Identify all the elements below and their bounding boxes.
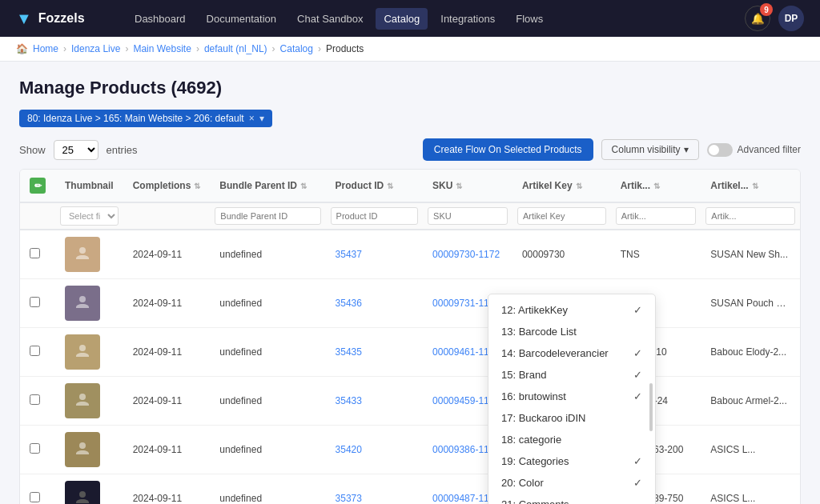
chevron-down-icon: ▾ bbox=[684, 144, 689, 155]
filter-cell-artikell bbox=[701, 202, 800, 230]
thumbnail-cell bbox=[55, 279, 123, 328]
active-filter-tag[interactable]: 80: Idenza Live > 165: Main Website > 20… bbox=[19, 110, 272, 127]
row-checkbox-cell bbox=[20, 230, 55, 279]
thumbnail-filter-select[interactable]: Select filter bbox=[60, 206, 119, 226]
toggle-knob bbox=[709, 145, 719, 155]
bundle-parent-id-column-header[interactable]: Bundle Parent ID⇅ bbox=[210, 170, 325, 202]
col-visibility-item-2[interactable]: 14: Barcodeleverancier✓ bbox=[488, 342, 655, 364]
filter-tags: 80: Idenza Live > 165: Main Website > 20… bbox=[19, 110, 801, 127]
product-id-column-header[interactable]: Product ID⇅ bbox=[326, 170, 423, 202]
product-id-link[interactable]: 35420 bbox=[336, 444, 362, 455]
toggle-track[interactable] bbox=[707, 143, 733, 157]
row-checkbox[interactable] bbox=[30, 248, 40, 258]
breadcrumb-separator-3: › bbox=[272, 43, 275, 54]
artikell-column-header[interactable]: Artikel...⇅ bbox=[701, 170, 800, 202]
bundle-parent-cell: undefined bbox=[210, 328, 325, 377]
thumbnail-column-header[interactable]: Thumbnail bbox=[55, 170, 123, 202]
completions-cell: 2024-09-11 bbox=[123, 279, 211, 328]
product-id-link[interactable]: 35435 bbox=[336, 346, 362, 358]
bundle-parent-cell: undefined bbox=[210, 426, 325, 474]
col-item-label: 21: Comments bbox=[501, 498, 569, 504]
nav-links: DashboardDocumentationChat SandboxCatalo… bbox=[127, 8, 722, 30]
artik2-cell: SUSAN New Sh... bbox=[701, 230, 800, 279]
filter-cell-completions bbox=[123, 202, 211, 230]
entries-select[interactable]: 2550100 bbox=[54, 140, 98, 160]
col-item-label: 14: Barcodeleverancier bbox=[501, 347, 609, 359]
column-visibility-button[interactable]: Column visibility ▾ bbox=[601, 139, 699, 160]
artik-column-header[interactable]: Artik...⇅ bbox=[611, 170, 701, 202]
nav-link-chat-sandbox[interactable]: Chat Sandbox bbox=[289, 8, 371, 30]
artikell-filter[interactable] bbox=[705, 207, 795, 225]
sort-icon: ⇅ bbox=[387, 182, 393, 190]
breadcrumb-separator-2: › bbox=[196, 43, 199, 54]
sort-icon: ⇅ bbox=[576, 182, 582, 190]
nav-link-integrations[interactable]: Integrations bbox=[432, 8, 503, 30]
row-checkbox[interactable] bbox=[30, 394, 40, 405]
artik2-cell: Babouc Armel-2... bbox=[701, 377, 800, 426]
filter-cell-thumbnail: Select filter bbox=[55, 202, 123, 230]
col-visibility-item-7[interactable]: 19: Categories✓ bbox=[488, 450, 655, 472]
table-filter-row: Select filter bbox=[20, 202, 800, 230]
col-visibility-item-0[interactable]: 12: ArtikekKey✓ bbox=[488, 299, 655, 321]
sku-link[interactable]: 00009730-1172 bbox=[432, 249, 500, 260]
thumbnail-image bbox=[65, 432, 100, 467]
nav-link-documentation[interactable]: Documentation bbox=[199, 8, 284, 30]
row-checkbox[interactable] bbox=[30, 346, 40, 356]
breadcrumb-item-3[interactable]: default (nl_NL) bbox=[204, 43, 267, 54]
artikel-key-column-header[interactable]: Artikel Key⇅ bbox=[512, 170, 611, 202]
completions-cell: 2024-09-11 bbox=[123, 377, 211, 426]
nav-link-flows[interactable]: Flows bbox=[508, 8, 551, 30]
thumbnail-cell bbox=[55, 426, 123, 474]
col-visibility-item-6[interactable]: 18: categorie bbox=[488, 429, 655, 450]
row-checkbox[interactable] bbox=[30, 443, 40, 454]
nav-link-catalog[interactable]: Catalog bbox=[376, 8, 428, 30]
create-flow-button[interactable]: Create Flow On Selected Products bbox=[423, 138, 593, 161]
product-id-link[interactable]: 35433 bbox=[336, 395, 362, 406]
filter-cell-sku bbox=[423, 202, 512, 230]
product-id-link[interactable]: 35436 bbox=[336, 298, 362, 309]
select-all-header[interactable]: ✏ bbox=[20, 170, 55, 202]
sort-icon: ⇅ bbox=[456, 182, 462, 190]
artik-filter[interactable] bbox=[616, 207, 697, 225]
breadcrumb-separator-0: › bbox=[63, 43, 66, 54]
artikel-key-filter[interactable] bbox=[517, 207, 606, 225]
breadcrumb-item-4[interactable]: Catalog bbox=[280, 43, 313, 54]
breadcrumb-item-2[interactable]: Main Website bbox=[133, 43, 191, 54]
page-content: Manage Products (4692) 80: Idenza Live >… bbox=[0, 62, 820, 504]
col-visibility-item-1[interactable]: 13: Barcode List bbox=[488, 321, 655, 342]
col-visibility-item-5[interactable]: 17: Buckaroo iDIN bbox=[488, 407, 655, 429]
row-checkbox[interactable] bbox=[30, 297, 40, 307]
completions-column-header[interactable]: Completions⇅ bbox=[123, 170, 211, 202]
sku-filter[interactable] bbox=[428, 207, 508, 225]
notifications-button[interactable]: 🔔 9 bbox=[745, 6, 770, 31]
advanced-filter-toggle[interactable]: Advanced filter bbox=[707, 143, 801, 157]
row-checkbox[interactable] bbox=[30, 492, 40, 502]
edit-icon[interactable]: ✏ bbox=[30, 178, 46, 194]
filter-tag-arrow[interactable]: ▾ bbox=[259, 113, 264, 124]
product-id-link[interactable]: 35373 bbox=[336, 493, 362, 504]
col-item-label: 16: brutowinst bbox=[501, 390, 566, 402]
col-visibility-item-9[interactable]: 21: Comments bbox=[488, 494, 655, 504]
completions-cell: 2024-09-11 bbox=[123, 328, 211, 377]
table-row: 2024-09-11undefined3543300009459-1146000… bbox=[20, 377, 800, 426]
svg-point-4 bbox=[79, 442, 86, 449]
filter-tag-remove[interactable]: × bbox=[249, 113, 255, 124]
col-item-label: 19: Categories bbox=[501, 455, 569, 467]
product-id-link[interactable]: 35437 bbox=[336, 249, 362, 260]
col-visibility-item-4[interactable]: 16: brutowinst✓ bbox=[488, 386, 655, 407]
product-id-filter[interactable] bbox=[331, 207, 418, 225]
breadcrumb-item-0[interactable]: Home bbox=[33, 43, 58, 54]
col-item-label: 20: Color bbox=[501, 477, 544, 489]
bundle-parent-id-filter[interactable] bbox=[215, 207, 320, 225]
col-visibility-item-3[interactable]: 15: Brand✓ bbox=[488, 364, 655, 386]
bundle-parent-cell: undefined bbox=[210, 279, 325, 328]
svg-point-3 bbox=[79, 394, 86, 400]
breadcrumb-item-1[interactable]: Idenza Live bbox=[71, 43, 120, 54]
svg-point-2 bbox=[79, 345, 86, 351]
check-icon: ✓ bbox=[633, 347, 642, 359]
sku-column-header[interactable]: SKU⇅ bbox=[423, 170, 512, 202]
nav-link-dashboard[interactable]: Dashboard bbox=[127, 8, 194, 30]
col-visibility-item-8[interactable]: 20: Color✓ bbox=[488, 472, 655, 494]
entries-label: entries bbox=[107, 144, 138, 156]
user-avatar-button[interactable]: DP bbox=[778, 6, 804, 31]
